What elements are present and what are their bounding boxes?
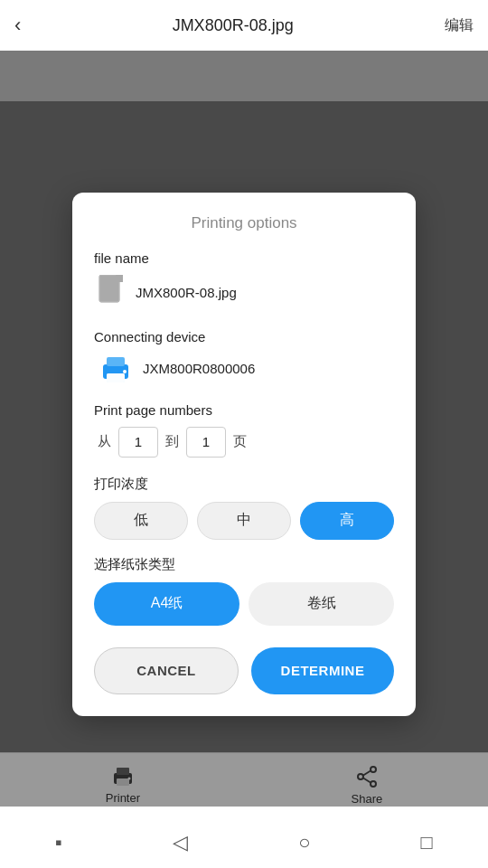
paper-type-label: 选择纸张类型 [94, 556, 394, 573]
device-row: JXM800R0800006 [94, 354, 394, 384]
file-icon [98, 275, 127, 311]
image-area: Printing options file name JMX800R-08.jp… [0, 51, 488, 756]
nav-home-icon[interactable]: ○ [298, 831, 310, 854]
paper-roll-button[interactable]: 卷纸 [249, 582, 394, 626]
page-from-label: 从 [98, 433, 111, 450]
paper-type-buttons: A4纸 卷纸 [94, 582, 394, 626]
svg-rect-9 [107, 373, 125, 382]
file-name-row: JMX800R-08.jpg [94, 275, 394, 311]
print-page-numbers-label: Print page numbers [94, 402, 394, 418]
file-name-value: JMX800R-08.jpg [136, 285, 237, 300]
svg-rect-2 [103, 282, 116, 284]
printer-icon [98, 354, 134, 384]
device-name-value: JXM800R0800006 [143, 361, 255, 376]
page-to-label: 到 [165, 433, 179, 450]
nav-bar: ▪ ◁ ○ □ [0, 817, 488, 868]
dialog-title: Printing options [94, 214, 394, 232]
back-button[interactable]: ‹ [14, 14, 21, 37]
density-mid-button[interactable]: 中 [197, 502, 291, 540]
page-numbers-row: 从 到 页 [94, 427, 394, 458]
connecting-device-label: Connecting device [94, 329, 394, 344]
modal-overlay: Printing options file name JMX800R-08.jp… [0, 101, 488, 807]
nav-square-icon[interactable]: ▪ [55, 831, 62, 854]
paper-a4-button[interactable]: A4纸 [94, 582, 239, 626]
determine-button[interactable]: DETERMINE [251, 647, 394, 694]
paper-type-section: 选择纸张类型 A4纸 卷纸 [94, 556, 394, 626]
page-title: JMX800R-08.jpg [173, 16, 294, 35]
edit-button[interactable]: 编辑 [445, 16, 474, 35]
svg-point-10 [123, 370, 127, 373]
density-low-button[interactable]: 低 [94, 502, 188, 540]
svg-rect-4 [103, 291, 112, 293]
printing-options-dialog: Printing options file name JMX800R-08.jp… [72, 193, 416, 716]
nav-back-icon[interactable]: ◁ [173, 831, 188, 854]
action-buttons: CANCEL DETERMINE [94, 647, 394, 694]
top-bar: ‹ JMX800R-08.jpg 编辑 [0, 0, 488, 51]
density-high-button[interactable]: 高 [300, 502, 394, 540]
svg-rect-7 [107, 357, 125, 366]
svg-rect-5 [116, 275, 123, 282]
page-from-input[interactable] [118, 427, 158, 458]
svg-rect-3 [103, 287, 116, 288]
cancel-button[interactable]: CANCEL [94, 647, 239, 694]
file-name-label: file name [94, 250, 394, 266]
page-suffix-label: 页 [233, 433, 247, 450]
density-label: 打印浓度 [94, 476, 394, 493]
density-section: 打印浓度 低 中 高 [94, 476, 394, 540]
density-buttons: 低 中 高 [94, 502, 394, 540]
nav-recent-icon[interactable]: □ [421, 831, 433, 854]
page-to-input[interactable] [186, 427, 226, 458]
